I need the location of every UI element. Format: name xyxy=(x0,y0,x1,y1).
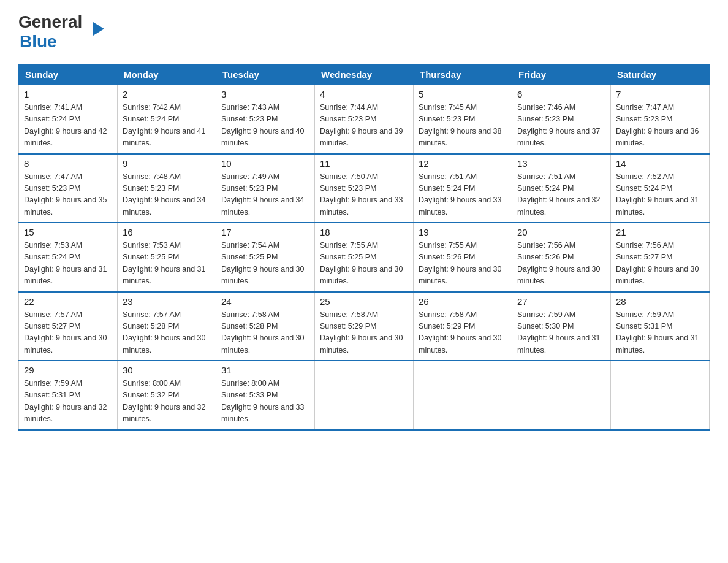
calendar-cell: 26 Sunrise: 7:58 AMSunset: 5:29 PMDaylig… xyxy=(414,292,512,361)
calendar-cell: 9 Sunrise: 7:48 AMSunset: 5:23 PMDayligh… xyxy=(118,154,216,223)
day-number: 24 xyxy=(221,296,309,307)
day-number: 5 xyxy=(419,89,507,99)
day-info: Sunrise: 7:53 AMSunset: 5:25 PMDaylight:… xyxy=(123,241,206,285)
calendar-cell: 8 Sunrise: 7:47 AMSunset: 5:23 PMDayligh… xyxy=(19,154,118,223)
calendar-cell: 11 Sunrise: 7:50 AMSunset: 5:23 PMDaylig… xyxy=(315,154,414,223)
weekday-header-thursday: Thursday xyxy=(414,64,512,85)
day-info: Sunrise: 7:42 AMSunset: 5:24 PMDaylight:… xyxy=(123,103,206,147)
logo-row: General xyxy=(18,12,93,32)
day-number: 28 xyxy=(616,296,704,307)
day-number: 7 xyxy=(616,89,704,99)
day-info: Sunrise: 7:58 AMSunset: 5:29 PMDaylight:… xyxy=(419,310,502,354)
day-number: 8 xyxy=(24,158,112,169)
day-info: Sunrise: 7:41 AMSunset: 5:24 PMDaylight:… xyxy=(24,103,107,147)
day-number: 1 xyxy=(24,89,112,99)
day-info: Sunrise: 7:59 AMSunset: 5:31 PMDaylight:… xyxy=(24,379,107,423)
day-number: 22 xyxy=(24,296,112,307)
day-number: 21 xyxy=(616,227,704,237)
day-info: Sunrise: 7:49 AMSunset: 5:23 PMDaylight:… xyxy=(221,172,305,216)
calendar-cell: 5 Sunrise: 7:45 AMSunset: 5:23 PMDayligh… xyxy=(414,85,512,154)
calendar-table: SundayMondayTuesdayWednesdayThursdayFrid… xyxy=(18,64,710,431)
day-info: Sunrise: 7:55 AMSunset: 5:25 PMDaylight:… xyxy=(320,241,403,285)
day-info: Sunrise: 7:59 AMSunset: 5:30 PMDaylight:… xyxy=(517,310,601,354)
weekday-header-wednesday: Wednesday xyxy=(315,64,414,85)
day-number: 26 xyxy=(419,296,507,307)
day-info: Sunrise: 7:45 AMSunset: 5:23 PMDaylight:… xyxy=(419,103,502,147)
day-number: 31 xyxy=(221,365,309,375)
calendar-cell: 12 Sunrise: 7:51 AMSunset: 5:24 PMDaylig… xyxy=(414,154,512,223)
calendar-cell xyxy=(414,361,512,430)
logo-general-text: General xyxy=(18,12,82,32)
day-number: 29 xyxy=(24,365,112,375)
calendar-cell: 29 Sunrise: 7:59 AMSunset: 5:31 PMDaylig… xyxy=(19,361,118,430)
day-number: 16 xyxy=(123,227,211,237)
calendar-cell: 17 Sunrise: 7:54 AMSunset: 5:25 PMDaylig… xyxy=(216,223,315,292)
calendar-cell xyxy=(512,361,611,430)
calendar-cell: 20 Sunrise: 7:56 AMSunset: 5:26 PMDaylig… xyxy=(512,223,611,292)
day-number: 13 xyxy=(517,158,605,169)
calendar-cell: 4 Sunrise: 7:44 AMSunset: 5:23 PMDayligh… xyxy=(315,85,414,154)
calendar-cell: 10 Sunrise: 7:49 AMSunset: 5:23 PMDaylig… xyxy=(216,154,315,223)
day-number: 2 xyxy=(123,89,211,99)
weekday-header-friday: Friday xyxy=(512,64,611,85)
day-number: 18 xyxy=(320,227,408,237)
weekday-header-tuesday: Tuesday xyxy=(216,64,315,85)
calendar-cell: 18 Sunrise: 7:55 AMSunset: 5:25 PMDaylig… xyxy=(315,223,414,292)
day-info: Sunrise: 7:56 AMSunset: 5:26 PMDaylight:… xyxy=(517,241,601,285)
week-row-1: 1 Sunrise: 7:41 AMSunset: 5:24 PMDayligh… xyxy=(19,85,710,154)
weekday-header-monday: Monday xyxy=(118,64,216,85)
day-number: 6 xyxy=(517,89,605,99)
day-number: 23 xyxy=(123,296,211,307)
day-info: Sunrise: 8:00 AMSunset: 5:33 PMDaylight:… xyxy=(221,379,305,423)
day-number: 4 xyxy=(320,89,408,99)
calendar-cell: 13 Sunrise: 7:51 AMSunset: 5:24 PMDaylig… xyxy=(512,154,611,223)
calendar-cell: 22 Sunrise: 7:57 AMSunset: 5:27 PMDaylig… xyxy=(19,292,118,361)
calendar-cell: 27 Sunrise: 7:59 AMSunset: 5:30 PMDaylig… xyxy=(512,292,611,361)
weekday-header-sunday: Sunday xyxy=(19,64,118,85)
day-number: 30 xyxy=(123,365,211,375)
calendar-cell: 30 Sunrise: 8:00 AMSunset: 5:32 PMDaylig… xyxy=(118,361,216,430)
day-info: Sunrise: 7:47 AMSunset: 5:23 PMDaylight:… xyxy=(616,103,699,147)
day-number: 20 xyxy=(517,227,605,237)
day-info: Sunrise: 7:51 AMSunset: 5:24 PMDaylight:… xyxy=(419,172,502,216)
calendar-cell: 2 Sunrise: 7:42 AMSunset: 5:24 PMDayligh… xyxy=(118,85,216,154)
day-number: 15 xyxy=(24,227,112,237)
calendar-cell xyxy=(315,361,414,430)
day-info: Sunrise: 8:00 AMSunset: 5:32 PMDaylight:… xyxy=(123,379,206,423)
logo-triangle-icon xyxy=(93,22,104,36)
day-info: Sunrise: 7:43 AMSunset: 5:23 PMDaylight:… xyxy=(221,103,305,147)
calendar-cell: 6 Sunrise: 7:46 AMSunset: 5:23 PMDayligh… xyxy=(512,85,611,154)
day-number: 10 xyxy=(221,158,309,169)
calendar-cell: 16 Sunrise: 7:53 AMSunset: 5:25 PMDaylig… xyxy=(118,223,216,292)
calendar-cell: 15 Sunrise: 7:53 AMSunset: 5:24 PMDaylig… xyxy=(19,223,118,292)
day-info: Sunrise: 7:59 AMSunset: 5:31 PMDaylight:… xyxy=(616,310,699,354)
day-number: 11 xyxy=(320,158,408,169)
day-info: Sunrise: 7:52 AMSunset: 5:24 PMDaylight:… xyxy=(616,172,699,216)
calendar-cell: 23 Sunrise: 7:57 AMSunset: 5:28 PMDaylig… xyxy=(118,292,216,361)
week-row-3: 15 Sunrise: 7:53 AMSunset: 5:24 PMDaylig… xyxy=(19,223,710,292)
weekday-header-row: SundayMondayTuesdayWednesdayThursdayFrid… xyxy=(19,64,710,85)
day-info: Sunrise: 7:53 AMSunset: 5:24 PMDaylight:… xyxy=(24,241,107,285)
day-number: 27 xyxy=(517,296,605,307)
day-number: 25 xyxy=(320,296,408,307)
calendar-cell: 3 Sunrise: 7:43 AMSunset: 5:23 PMDayligh… xyxy=(216,85,315,154)
day-info: Sunrise: 7:58 AMSunset: 5:29 PMDaylight:… xyxy=(320,310,403,354)
calendar-cell: 31 Sunrise: 8:00 AMSunset: 5:33 PMDaylig… xyxy=(216,361,315,430)
week-row-4: 22 Sunrise: 7:57 AMSunset: 5:27 PMDaylig… xyxy=(19,292,710,361)
day-info: Sunrise: 7:58 AMSunset: 5:28 PMDaylight:… xyxy=(221,310,305,354)
day-info: Sunrise: 7:46 AMSunset: 5:23 PMDaylight:… xyxy=(517,103,601,147)
logo: General Blue xyxy=(18,12,93,52)
day-number: 19 xyxy=(419,227,507,237)
day-info: Sunrise: 7:44 AMSunset: 5:23 PMDaylight:… xyxy=(320,103,403,147)
day-number: 17 xyxy=(221,227,309,237)
calendar-cell: 14 Sunrise: 7:52 AMSunset: 5:24 PMDaylig… xyxy=(611,154,710,223)
calendar-cell xyxy=(611,361,710,430)
calendar-cell: 28 Sunrise: 7:59 AMSunset: 5:31 PMDaylig… xyxy=(611,292,710,361)
day-number: 12 xyxy=(419,158,507,169)
day-info: Sunrise: 7:57 AMSunset: 5:28 PMDaylight:… xyxy=(123,310,206,354)
svg-marker-0 xyxy=(93,22,104,36)
day-number: 3 xyxy=(221,89,309,99)
calendar-cell: 1 Sunrise: 7:41 AMSunset: 5:24 PMDayligh… xyxy=(19,85,118,154)
week-row-5: 29 Sunrise: 7:59 AMSunset: 5:31 PMDaylig… xyxy=(19,361,710,430)
day-info: Sunrise: 7:47 AMSunset: 5:23 PMDaylight:… xyxy=(24,172,107,216)
